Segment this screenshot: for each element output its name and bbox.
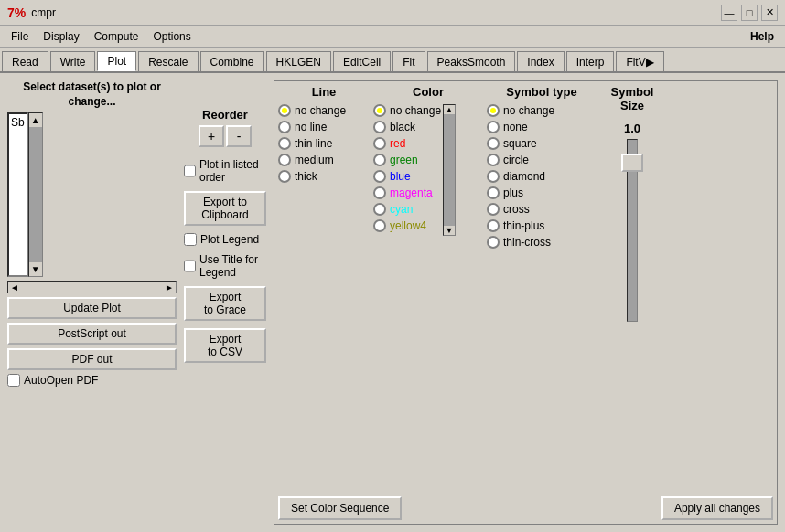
color-red[interactable]: red xyxy=(373,137,441,150)
scroll-right[interactable]: ► xyxy=(163,282,176,293)
sym-cross[interactable]: cross xyxy=(487,203,597,216)
tab-plot[interactable]: Plot xyxy=(97,51,136,71)
color-scrollbar[interactable]: ▲ ▼ xyxy=(443,104,456,236)
color-scroll-down[interactable]: ▼ xyxy=(444,226,455,235)
minimize-button[interactable]: — xyxy=(721,5,737,21)
color-black[interactable]: black xyxy=(373,121,441,133)
line-thick-radio[interactable] xyxy=(278,170,291,183)
reorder-minus[interactable]: - xyxy=(226,125,252,147)
set-color-button[interactable]: Set Color Sequence xyxy=(278,496,402,520)
sym-thin-plus-radio[interactable] xyxy=(487,219,500,232)
sym-diamond-radio[interactable] xyxy=(487,170,500,183)
plot-legend-row: Plot Legend xyxy=(184,233,266,246)
sym-square-radio[interactable] xyxy=(487,137,500,150)
color-magenta-radio[interactable] xyxy=(373,186,386,199)
pdf-button[interactable]: PDF out xyxy=(7,348,177,370)
list-scroll-down[interactable]: ▼ xyxy=(29,262,42,276)
sym-plus-radio[interactable] xyxy=(487,186,500,199)
sym-thin-plus-label: thin-plus xyxy=(503,219,544,232)
sym-no-change[interactable]: no change xyxy=(487,104,597,117)
plot-order-checkbox[interactable] xyxy=(184,165,196,177)
color-no-change[interactable]: no change xyxy=(373,104,441,117)
tab-read[interactable]: Read xyxy=(2,51,48,71)
sym-thin-plus[interactable]: thin-plus xyxy=(487,219,597,232)
tab-combine[interactable]: Combine xyxy=(200,51,264,71)
sym-thin-cross[interactable]: thin-cross xyxy=(487,236,597,249)
line-thin[interactable]: thin line xyxy=(278,137,370,150)
line-header: Line xyxy=(278,85,370,99)
color-blue[interactable]: blue xyxy=(373,170,441,183)
dataset-item[interactable]: Sb xyxy=(11,116,25,129)
restore-button[interactable]: □ xyxy=(741,5,758,21)
line-medium[interactable]: medium xyxy=(278,154,370,166)
menu-file[interactable]: File xyxy=(4,28,36,45)
color-green-radio[interactable] xyxy=(373,154,386,166)
reorder-plus[interactable]: + xyxy=(199,125,224,147)
list-scroll-up[interactable]: ▲ xyxy=(29,113,42,127)
symbol-type-header: Symbol type xyxy=(487,85,597,99)
dataset-list[interactable]: Sb xyxy=(7,112,28,277)
use-title-checkbox[interactable] xyxy=(184,260,196,272)
tab-rescale[interactable]: Rescale xyxy=(138,51,198,71)
sym-diamond[interactable]: diamond xyxy=(487,170,597,183)
export-clipboard-button[interactable]: Export to Clipboard xyxy=(184,191,266,226)
tab-peakssmooth[interactable]: PeaksSmooth xyxy=(427,51,516,71)
color-yellow4-radio[interactable] xyxy=(373,219,386,232)
color-magenta[interactable]: magenta xyxy=(373,186,441,199)
auto-open-checkbox[interactable] xyxy=(7,374,20,387)
window-controls[interactable]: — □ ✕ xyxy=(721,5,778,21)
sym-plus[interactable]: plus xyxy=(487,186,597,199)
color-green[interactable]: green xyxy=(373,154,441,166)
h-scrollbar[interactable]: ◄ ► xyxy=(7,281,177,293)
tab-fit[interactable]: Fit xyxy=(392,51,425,71)
update-plot-button[interactable]: Update Plot xyxy=(7,297,177,319)
tab-write[interactable]: Write xyxy=(50,51,96,71)
line-no-line-radio[interactable] xyxy=(278,121,291,133)
color-yellow4[interactable]: yellow4 xyxy=(373,219,441,232)
line-no-change[interactable]: no change xyxy=(278,104,370,117)
tab-index[interactable]: Index xyxy=(517,51,564,71)
symbol-size-value: 1.0 xyxy=(624,122,640,135)
apply-button[interactable]: Apply all changes xyxy=(661,496,773,520)
color-scroll-up[interactable]: ▲ xyxy=(444,105,455,114)
sym-square[interactable]: square xyxy=(487,137,597,150)
color-cyan[interactable]: cyan xyxy=(373,203,441,216)
menu-help[interactable]: Help xyxy=(743,28,781,45)
menu-compute[interactable]: Compute xyxy=(87,28,146,45)
close-button[interactable]: ✕ xyxy=(761,5,778,21)
sym-thin-cross-radio[interactable] xyxy=(487,236,500,249)
tab-interp[interactable]: Interp xyxy=(566,51,615,71)
menu-display[interactable]: Display xyxy=(36,28,86,45)
use-title-row: Use Title for Legend xyxy=(184,253,266,279)
sym-cross-radio[interactable] xyxy=(487,203,500,216)
sym-none-radio[interactable] xyxy=(487,121,500,133)
color-cyan-radio[interactable] xyxy=(373,203,386,216)
sym-circle[interactable]: circle xyxy=(487,154,597,166)
plot-legend-checkbox[interactable] xyxy=(184,233,197,246)
postscript-button[interactable]: PostScript out xyxy=(7,323,177,345)
tab-fitv[interactable]: FitV▶ xyxy=(616,51,663,71)
reorder-buttons: + - xyxy=(184,125,266,147)
line-no-line[interactable]: no line xyxy=(278,121,370,133)
sym-circle-radio[interactable] xyxy=(487,154,500,166)
size-slider-thumb[interactable] xyxy=(621,154,643,172)
scroll-left[interactable]: ◄ xyxy=(8,282,21,293)
tab-editcell[interactable]: EditCell xyxy=(333,51,391,71)
menu-options[interactable]: Options xyxy=(145,28,198,45)
line-thick[interactable]: thick xyxy=(278,170,370,183)
line-no-change-radio[interactable] xyxy=(278,104,291,117)
color-no-change-radio[interactable] xyxy=(373,104,386,117)
line-medium-radio[interactable] xyxy=(278,154,291,166)
export-csv-button[interactable]: Export to CSV xyxy=(184,328,266,363)
color-black-radio[interactable] xyxy=(373,121,386,133)
sym-no-change-radio[interactable] xyxy=(487,104,500,117)
color-red-radio[interactable] xyxy=(373,137,386,150)
color-blue-radio[interactable] xyxy=(373,170,386,183)
export-grace-button[interactable]: Export to Grace xyxy=(184,286,266,321)
left-panel: Select dataset(s) to plot or change... S… xyxy=(7,80,177,525)
line-thin-radio[interactable] xyxy=(278,137,291,150)
tab-hklgen[interactable]: HKLGEN xyxy=(266,51,331,71)
symbol-size-section: Symbol Size 1.0 xyxy=(600,85,664,491)
sym-none[interactable]: none xyxy=(487,121,597,133)
line-thin-label: thin line xyxy=(295,137,332,150)
